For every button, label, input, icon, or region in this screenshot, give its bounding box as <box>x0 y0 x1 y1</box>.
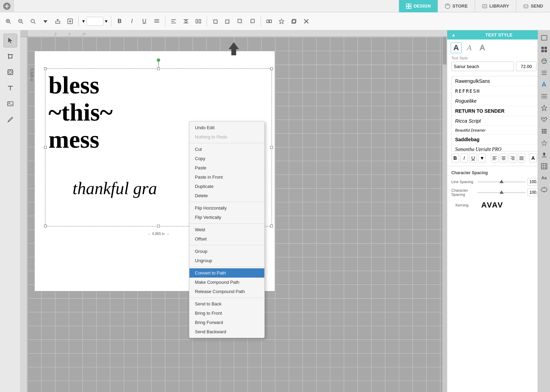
side-icon-upload[interactable] <box>539 150 549 159</box>
side-icon-star[interactable] <box>539 103 549 113</box>
handle-bottom-mid[interactable] <box>157 225 160 227</box>
tab-design[interactable]: DESIGN <box>399 0 438 12</box>
panel-font-size-input[interactable] <box>516 61 537 71</box>
tab-text-style-script[interactable]: A <box>464 42 475 53</box>
handle-top-mid[interactable] <box>157 67 160 70</box>
font-size-input[interactable]: 72.00 <box>86 17 103 26</box>
left-align-tb[interactable] <box>168 16 179 27</box>
crop-tool[interactable] <box>3 49 17 63</box>
cube-tb[interactable] <box>288 16 299 27</box>
text-tool[interactable] <box>3 81 17 95</box>
bring-forward-tb[interactable] <box>222 16 233 27</box>
side-icon-dots[interactable] <box>539 126 549 136</box>
center-tb[interactable] <box>180 16 191 27</box>
line-spacing-slider[interactable] <box>477 178 526 185</box>
ctx-duplicate[interactable]: Duplicate <box>189 182 264 191</box>
justify-button[interactable] <box>151 16 162 27</box>
side-icon-image[interactable] <box>539 33 549 43</box>
ctx-paste-front[interactable]: Paste in Front <box>189 172 264 182</box>
handle-top-left[interactable] <box>44 67 47 70</box>
ctx-make-compound[interactable]: Make Compound Path <box>189 278 264 287</box>
ctx-paste[interactable]: Paste <box>189 163 264 172</box>
ctx-flip-v[interactable]: Flip Vertically <box>189 213 264 222</box>
side-icon-pixel[interactable] <box>539 45 549 54</box>
star-tb[interactable] <box>276 16 287 27</box>
font-item-ricca[interactable]: Ricca Script <box>452 116 546 126</box>
bring-front-tb[interactable] <box>210 16 221 27</box>
side-icon-lines[interactable] <box>539 68 549 78</box>
ctx-release-compound[interactable]: Release Compound Path <box>189 287 264 296</box>
line-spacing-thumb[interactable] <box>499 180 504 183</box>
ctx-undo-edit[interactable]: Undo Edit <box>189 123 264 132</box>
fmt-italic[interactable]: I <box>460 154 468 163</box>
handle-mid-left[interactable] <box>44 146 47 149</box>
side-icon-palette[interactable] <box>539 56 549 66</box>
handle-bottom-left[interactable] <box>44 225 47 227</box>
side-icon-layers[interactable] <box>539 91 549 101</box>
ctx-weld[interactable]: Weld <box>189 225 264 234</box>
send-backward-tb[interactable] <box>247 16 258 27</box>
handle-bottom-right[interactable] <box>270 225 273 227</box>
rotation-handle[interactable] <box>157 58 160 62</box>
hand-tool-button[interactable] <box>52 16 63 27</box>
fmt-bold[interactable]: B <box>451 154 459 163</box>
side-icon-text-A[interactable]: A <box>539 80 549 89</box>
tab-send[interactable]: SEND <box>516 0 550 12</box>
fmt-dropdown[interactable]: ▼ <box>478 154 486 163</box>
ctx-cut[interactable]: Cut <box>189 145 264 154</box>
tab-library[interactable]: LIBRARY <box>475 0 516 12</box>
font-item-beautiful-dreamer[interactable]: Beautiful Dreamer <box>452 126 546 135</box>
align-right[interactable] <box>509 154 516 163</box>
distribute-tb[interactable] <box>193 16 204 27</box>
ctx-group[interactable]: Group <box>189 247 264 256</box>
group-tb[interactable] <box>264 16 275 27</box>
close-tb[interactable] <box>301 16 312 27</box>
side-icon-settings[interactable] <box>539 185 549 194</box>
ctx-ungroup[interactable]: Ungroup <box>189 256 264 265</box>
handle-top-right[interactable] <box>270 67 273 70</box>
font-name-input[interactable] <box>451 61 514 71</box>
font-size-arrow-up2[interactable]: ▼ <box>104 19 108 24</box>
shape-tool[interactable] <box>3 65 17 79</box>
ctx-send-backward[interactable]: Send Backward <box>189 327 264 336</box>
align-center[interactable] <box>500 154 507 163</box>
zoom-out-button[interactable] <box>15 16 26 27</box>
font-size-arrow-down[interactable]: ▼ <box>81 19 86 24</box>
font-item-rawengulk[interactable]: RawengulkSans <box>452 76 546 86</box>
char-spacing-thumb[interactable] <box>499 190 504 194</box>
image-tool[interactable] <box>3 97 17 111</box>
ctx-bring-forward[interactable]: Bring Forward <box>189 318 264 327</box>
select-tool[interactable] <box>3 34 17 47</box>
tab-text-style-A[interactable]: A <box>451 42 462 53</box>
fmt-underline[interactable]: U <box>469 154 477 163</box>
char-spacing-slider[interactable] <box>477 189 526 196</box>
align-justify[interactable] <box>518 154 525 163</box>
ctx-copy[interactable]: Copy <box>189 154 264 163</box>
side-icon-grid[interactable] <box>539 161 549 171</box>
ctx-convert-path[interactable]: Convert to Path <box>189 268 264 278</box>
font-item-return-to-sender[interactable]: RETURN TO SENDER <box>452 106 546 116</box>
ctx-offset[interactable]: Offset <box>189 234 264 244</box>
text-A-btn[interactable]: A <box>529 154 537 163</box>
font-item-saddlebag[interactable]: Saddlebag <box>452 135 546 145</box>
move-down-button[interactable] <box>40 16 51 27</box>
zoom-fit-button[interactable]: * <box>28 16 38 27</box>
add-button[interactable] <box>65 16 76 27</box>
tab-text-style-outline[interactable]: A <box>477 42 488 53</box>
bold-button[interactable]: B <box>114 16 125 27</box>
side-icon-heart[interactable] <box>539 115 549 124</box>
send-back-tb[interactable] <box>234 16 245 27</box>
underline-button[interactable]: U <box>139 16 150 27</box>
ctx-flip-h[interactable]: Flip Horizontally <box>189 203 264 213</box>
align-left[interactable] <box>491 154 498 163</box>
ctx-send-back[interactable]: Send to Back <box>189 299 264 309</box>
pen-tool[interactable] <box>3 113 17 126</box>
italic-button[interactable]: I <box>126 16 138 27</box>
panel-collapse-btn[interactable]: ▲ <box>451 32 456 37</box>
ctx-delete[interactable]: Delete <box>189 191 264 200</box>
ctx-bring-front[interactable]: Bring to Front <box>189 309 264 318</box>
side-icon-star2[interactable] <box>539 138 549 148</box>
font-item-samantha[interactable]: Samantha Upright PRO <box>452 145 546 152</box>
zoom-in-button[interactable] <box>3 16 14 27</box>
font-item-refresh[interactable]: REFRESH <box>452 86 546 96</box>
